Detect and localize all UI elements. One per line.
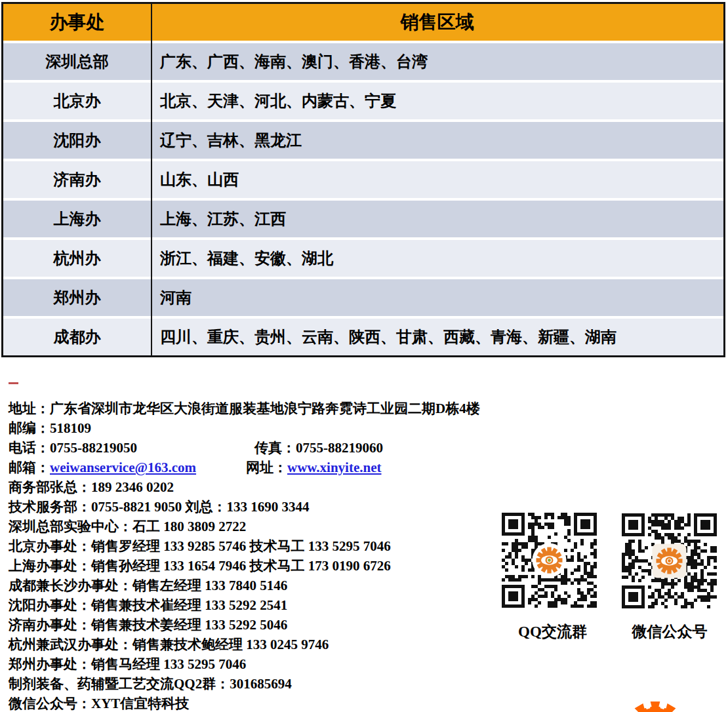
office-cell: 杭州办 <box>3 240 151 277</box>
wechat-official-label: 微信公众号 <box>617 622 723 642</box>
document-page: 办事处 销售区域 深圳总部 广东、广西、海南、澳门、香港、台湾 北京办 北京、天… <box>0 0 728 712</box>
table-row: 沈阳办 辽宁、吉林、黑龙江 <box>3 122 723 159</box>
contact-line: 杭州兼武汉办事处：销售兼技术鲍经理 133 0245 9746 <box>9 635 507 654</box>
phone-value: 电话：0755-88219050 <box>9 438 254 458</box>
region-cell: 四川、重庆、贵州、云南、陕西、甘肃、西藏、青海、新疆、湖南 <box>151 319 723 355</box>
email-link[interactable]: weiwanservice@163.com <box>50 460 196 475</box>
website-label: 网址： <box>246 460 287 475</box>
contact-line: 微信公众号：XYT信宜特科技 <box>9 694 507 712</box>
contact-line: 制剂装备、药辅暨工艺交流QQ2群：301685694 <box>9 674 507 694</box>
address-line: 地址：广东省深圳市龙华区大浪街道服装基地浪宁路奔霓诗工业园二期D栋4楼 <box>9 399 507 418</box>
office-cell: 成都办 <box>3 319 151 355</box>
office-cell: 上海办 <box>3 201 151 237</box>
email-group: 邮箱：weiwanservice@163.com <box>9 458 246 477</box>
qq-group-label: QQ交流群 <box>495 622 610 642</box>
column-divider <box>151 4 152 355</box>
table-row: 杭州办 浙江、福建、安徽、湖北 <box>3 240 723 277</box>
website-link[interactable]: www.xinyite.net <box>287 460 382 475</box>
office-cell: 北京办 <box>3 83 151 119</box>
contact-line: 济南办事处：销售兼技术姜经理 133 5292 5046 <box>9 615 507 635</box>
region-cell: 北京、天津、河北、内蒙古、宁夏 <box>151 83 723 119</box>
wechat-official-qr-code <box>622 513 718 612</box>
region-cell: 广东、广西、海南、澳门、香港、台湾 <box>151 43 723 80</box>
header-region: 销售区域 <box>151 4 723 41</box>
contact-line: 沈阳办事处：销售兼技术崔经理 133 5292 2541 <box>9 595 507 615</box>
header-office: 办事处 <box>3 4 151 41</box>
postal-line: 邮编：518109 <box>9 418 507 438</box>
region-cell: 辽宁、吉林、黑龙江 <box>151 122 723 159</box>
contact-line: 上海办事处：销售孙经理 133 1654 7946 技术马工 173 0190 … <box>9 556 507 576</box>
phone-fax-line: 电话：0755-88219050传真：0755-88219060 <box>9 438 507 458</box>
contact-line: 商务部张总：189 2346 0202 <box>9 477 507 497</box>
table-row: 成都办 四川、重庆、贵州、云南、陕西、甘肃、西藏、青海、新疆、湖南 <box>3 319 723 355</box>
office-cell: 济南办 <box>3 161 151 198</box>
contact-info-block: 地址：广东省深圳市龙华区大浪街道服装基地浪宁路奔霓诗工业园二期D栋4楼 邮编：5… <box>9 399 507 712</box>
table-row: 北京办 北京、天津、河北、内蒙古、宁夏 <box>3 83 723 119</box>
office-cell: 深圳总部 <box>3 43 151 80</box>
contact-line: 技术服务部：0755-8821 9050 刘总：133 1690 3344 <box>9 497 507 517</box>
region-cell: 上海、江苏、江西 <box>151 201 723 237</box>
contact-line: 成都兼长沙办事处：销售左经理 133 7840 5146 <box>9 576 507 595</box>
gear-icon <box>624 702 687 712</box>
red-dash-marker <box>9 382 18 384</box>
region-cell: 河南 <box>151 279 723 316</box>
contact-line: 北京办事处：销售罗经理 133 9285 5746 技术马工 133 5295 … <box>9 536 507 556</box>
office-cell: 沈阳办 <box>3 122 151 159</box>
email-label: 邮箱： <box>9 460 50 475</box>
table-row: 郑州办 河南 <box>3 279 723 316</box>
table-row: 济南办 山东、山西 <box>3 161 723 198</box>
email-web-line: 邮箱：weiwanservice@163.com网址：www.xinyite.n… <box>9 458 507 477</box>
fax-value: 传真：0755-88219060 <box>254 440 383 456</box>
table-row: 深圳总部 广东、广西、海南、澳门、香港、台湾 <box>3 43 723 80</box>
contact-line: 深圳总部实验中心：石工 180 3809 2722 <box>9 517 507 536</box>
company-gear-logo <box>624 702 687 712</box>
office-cell: 郑州办 <box>3 279 151 316</box>
table-row: 上海办 上海、江苏、江西 <box>3 201 723 237</box>
region-cell: 山东、山西 <box>151 161 723 198</box>
qq-group-qr-code <box>502 513 605 612</box>
table-header-row: 办事处 销售区域 <box>3 4 723 41</box>
region-cell: 浙江、福建、安徽、湖北 <box>151 240 723 277</box>
contact-line: 郑州办事处：销售马经理 133 5295 7046 <box>9 654 507 674</box>
sales-region-table: 办事处 销售区域 深圳总部 广东、广西、海南、澳门、香港、台湾 北京办 北京、天… <box>1 2 725 357</box>
